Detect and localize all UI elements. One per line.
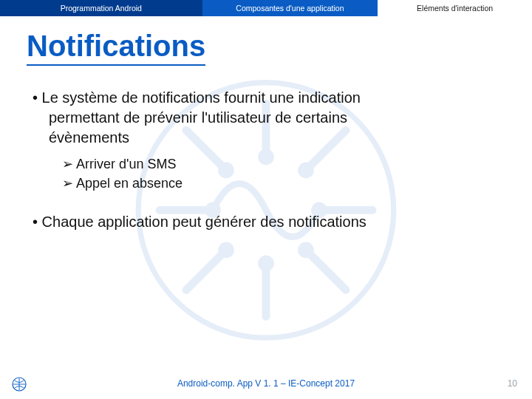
sub-bullet-list: Arriver d'un SMS Appel en absence <box>62 155 505 193</box>
page-title: Notifications <box>27 30 205 66</box>
slide-content: Notifications Le système de notification… <box>0 16 532 232</box>
bullet-text: Le système de notifications fournit une … <box>42 89 361 106</box>
tab-programmation: Programmation Android <box>0 0 202 16</box>
bullet-text-line: évènements <box>49 128 505 148</box>
bullet-text: Chaque application peut générer des noti… <box>42 214 366 230</box>
bullet-text-line: permettant de prévenir l'utilisateur de … <box>49 108 505 128</box>
sub-bullet-item: Appel en absence <box>62 174 505 192</box>
tab-label: Eléments d'interaction <box>417 4 493 13</box>
tab-elements: Eléments d'interaction <box>378 0 532 16</box>
tab-composantes: Composantes d'une application <box>202 0 378 16</box>
header-tabs: Programmation Android Composantes d'une … <box>0 0 532 16</box>
bullet-list: Le système de notifications fournit une … <box>27 88 505 232</box>
sub-bullet-item: Arriver d'un SMS <box>62 155 505 173</box>
tab-label: Programmation Android <box>61 4 142 13</box>
tab-label: Composantes d'une application <box>236 4 344 13</box>
bullet-item: Le système de notifications fournit une … <box>33 88 505 148</box>
page-number: 10 <box>508 378 517 389</box>
sub-bullet-text: Appel en absence <box>76 176 183 191</box>
svg-point-6 <box>298 242 314 259</box>
svg-point-8 <box>218 242 234 259</box>
svg-point-2 <box>258 256 274 272</box>
sub-bullet-text: Arriver d'un SMS <box>76 157 176 171</box>
bullet-item: Chaque application peut générer des noti… <box>33 212 505 232</box>
footer-text: Android-comp. App V 1. 1 – IE-Concept 20… <box>0 378 532 389</box>
